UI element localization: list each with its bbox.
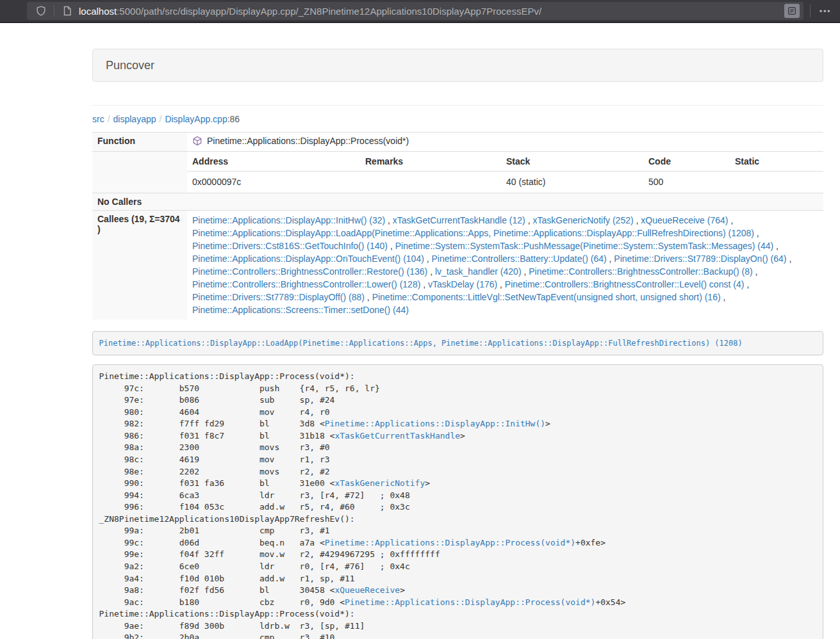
callee-separator: ,	[420, 279, 428, 289]
page-icon[interactable]	[61, 4, 74, 17]
function-details-table: Function Pinetime::Applications::Display…	[92, 132, 823, 320]
callee-separator: ,	[497, 279, 505, 289]
column-header-address: Address	[187, 152, 360, 172]
callee-separator: ,	[634, 215, 641, 225]
page-title: Puncover	[106, 59, 154, 72]
toolbar-separator	[810, 4, 811, 17]
callee-link[interactable]: Pinetime::Controllers::BrightnessControl…	[505, 279, 744, 289]
callee-link[interactable]: Pinetime::Drivers::Cst816S::GetTouchInfo…	[192, 241, 388, 251]
callee-link[interactable]: Pinetime::Applications::DisplayApp::Load…	[192, 228, 754, 238]
callee-separator: ,	[721, 292, 726, 302]
table-row-no-callers: No Callers	[92, 193, 823, 211]
breadcrumb-link-file[interactable]: DisplayApp.cpp	[165, 114, 227, 124]
callee-link[interactable]: Pinetime::Drivers::St7789::DisplayOn() (…	[614, 254, 786, 264]
callee-link[interactable]: vTaskDelay (176)	[428, 279, 497, 289]
callee-separator: ,	[744, 279, 749, 289]
menu-button[interactable]: •••	[817, 6, 834, 16]
callee-separator: ,	[787, 254, 792, 264]
browser-toolbar: localhost:5000/path/src/displayapp/Displ…	[0, 0, 840, 23]
assembly-code: Pinetime::Applications::DisplayApp::Proc…	[92, 364, 823, 639]
no-callers-label: No Callers	[92, 193, 823, 211]
callee-separator: ,	[365, 292, 372, 302]
cube-icon	[192, 136, 202, 148]
table-row-callees: Callees (19, Σ=3704 ) Pinetime::Applicat…	[92, 211, 823, 320]
callee-link[interactable]: Pinetime::Applications::Screens::Timer::…	[192, 305, 409, 315]
callee-link[interactable]: Pinetime::Applications::DisplayApp::Init…	[192, 215, 385, 225]
url-bar[interactable]: localhost:5000/path/src/displayapp/Displ…	[27, 2, 803, 20]
assembly-symbol-link[interactable]: xTaskGetCurrentTaskHandle	[334, 431, 460, 441]
ellipsis-icon: •••	[819, 6, 831, 16]
table-row-metrics: Address Remarks Stack Code Static 0x0000…	[92, 152, 823, 193]
callee-link[interactable]: Pinetime::Controllers::BrightnessControl…	[529, 266, 752, 277]
breadcrumb-link-src[interactable]: src	[92, 114, 104, 124]
callees-label: Callees (19, Σ=3704 )	[92, 211, 187, 320]
divider	[92, 105, 823, 106]
remarks-value	[360, 172, 501, 193]
highlighted-symbol-box: Pinetime::Applications::DisplayApp::Load…	[92, 331, 823, 355]
callee-link[interactable]: lv_task_handler (420)	[435, 266, 522, 277]
callee-link[interactable]: Pinetime::Controllers::Battery::Update()…	[432, 254, 607, 264]
assembly-symbol-link[interactable]: xQueueReceive	[334, 585, 400, 595]
callee-separator: ,	[427, 266, 435, 277]
callee-separator: ,	[424, 254, 432, 264]
callee-link[interactable]: Pinetime::Drivers::St7789::DisplayOff() …	[192, 292, 365, 302]
callee-separator: ,	[773, 241, 778, 251]
function-name: Pinetime::Applications::DisplayApp::Proc…	[207, 136, 409, 146]
callee-link[interactable]: xQueueReceive (764)	[641, 215, 728, 225]
shield-icon[interactable]	[35, 4, 47, 17]
metrics-label-spacer	[92, 152, 187, 193]
callee-link[interactable]: Pinetime::Components::LittleVgl::SetNewT…	[372, 292, 721, 302]
function-label: Function	[92, 133, 187, 152]
metrics-header-row: Address Remarks Stack Code Static	[187, 152, 823, 172]
address-value: 0x0000097c	[187, 172, 360, 193]
callee-separator: ,	[607, 254, 614, 264]
callee-separator: ,	[525, 215, 533, 225]
page-content: Puncover src/displayapp/DisplayApp.cpp:8…	[92, 49, 823, 639]
callee-link[interactable]: Pinetime::Applications::DisplayApp::OnTo…	[192, 254, 424, 264]
metrics-value-row: 0x0000097c 40 (static) 500	[187, 172, 823, 193]
callee-link[interactable]: Pinetime::Controllers::BrightnessControl…	[192, 266, 427, 277]
app-header: Puncover	[92, 49, 823, 82]
breadcrumb-separator: /	[104, 114, 113, 124]
stack-value: 40 (static)	[501, 172, 643, 193]
assembly-symbol-link[interactable]: Pinetime::Applications::DisplayApp::Proc…	[325, 538, 575, 547]
assembly-symbol-link[interactable]: Pinetime::Applications::DisplayApp::Init…	[325, 419, 545, 428]
callee-separator: ,	[522, 266, 529, 277]
assembly-symbol-link[interactable]: Pinetime::Applications::DisplayApp::Proc…	[345, 597, 595, 607]
callee-separator: ,	[388, 241, 395, 251]
breadcrumb-separator: /	[156, 114, 165, 124]
reader-mode-button[interactable]	[784, 4, 800, 18]
table-row-function: Function Pinetime::Applications::Display…	[92, 133, 823, 152]
callee-separator: ,	[754, 228, 759, 238]
breadcrumb-link-displayapp[interactable]: displayapp	[113, 114, 156, 124]
assembly-symbol-link[interactable]: xTaskGenericNotify	[334, 478, 425, 488]
static-value	[730, 172, 823, 193]
urlbar-separator	[54, 5, 54, 17]
url-host: localhost	[79, 6, 117, 17]
column-header-static: Static	[730, 152, 823, 172]
highlighted-symbol-link[interactable]: Pinetime::Applications::DisplayApp::Load…	[99, 339, 743, 348]
callee-separator: ,	[728, 215, 733, 225]
callee-separator: ,	[753, 266, 758, 277]
callee-link[interactable]: Pinetime::System::SystemTask::PushMessag…	[395, 241, 774, 251]
callees-list: Pinetime::Applications::DisplayApp::Init…	[187, 211, 823, 320]
code-value: 500	[643, 172, 730, 193]
column-header-remarks: Remarks	[360, 152, 501, 172]
column-header-code: Code	[643, 152, 730, 172]
metrics-table: Address Remarks Stack Code Static 0x0000…	[187, 152, 823, 193]
callee-link[interactable]: xTaskGenericNotify (252)	[532, 215, 633, 225]
url-text[interactable]: localhost:5000/path/src/displayapp/Displ…	[79, 6, 779, 17]
url-path: :5000/path/src/displayapp/DisplayApp.cpp…	[117, 6, 541, 17]
callee-link[interactable]: xTaskGetCurrentTaskHandle (12)	[393, 215, 525, 225]
callee-link[interactable]: Pinetime::Controllers::BrightnessControl…	[192, 279, 420, 289]
breadcrumb-line-number: :86	[227, 114, 240, 124]
column-header-stack: Stack	[501, 152, 643, 172]
breadcrumb: src/displayapp/DisplayApp.cpp:86	[92, 114, 823, 124]
callee-separator: ,	[385, 215, 393, 225]
